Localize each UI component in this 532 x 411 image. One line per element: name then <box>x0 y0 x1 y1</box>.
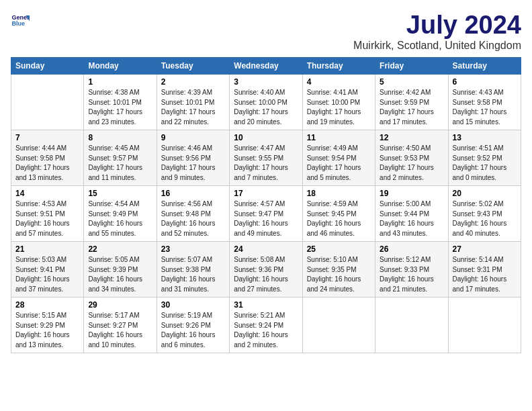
month-title: July 2024 <box>353 11 521 40</box>
cell-content: Sunrise: 5:10 AM Sunset: 9:35 PM Dayligh… <box>307 255 371 294</box>
svg-text:Blue: Blue <box>11 20 25 27</box>
day-number: 17 <box>234 189 298 198</box>
calendar-cell: 21Sunrise: 5:03 AM Sunset: 9:41 PM Dayli… <box>11 242 84 298</box>
calendar-cell <box>302 298 375 353</box>
day-number: 19 <box>380 189 443 198</box>
calendar-cell: 14Sunrise: 4:53 AM Sunset: 9:51 PM Dayli… <box>11 186 84 242</box>
calendar-cell: 26Sunrise: 5:12 AM Sunset: 9:33 PM Dayli… <box>375 242 448 298</box>
day-number: 9 <box>161 133 225 142</box>
location-title: Muirkirk, Scotland, United Kingdom <box>353 40 521 52</box>
day-number: 20 <box>453 189 517 198</box>
calendar-cell: 25Sunrise: 5:10 AM Sunset: 9:35 PM Dayli… <box>302 242 375 298</box>
calendar-cell: 4Sunrise: 4:41 AM Sunset: 10:00 PM Dayli… <box>302 75 375 130</box>
day-number: 21 <box>15 244 79 254</box>
cell-content: Sunrise: 4:44 AM Sunset: 9:58 PM Dayligh… <box>15 144 79 183</box>
day-number: 16 <box>161 189 225 198</box>
day-number: 12 <box>380 133 443 142</box>
calendar-week-4: 21Sunrise: 5:03 AM Sunset: 9:41 PM Dayli… <box>11 242 521 298</box>
day-header-thursday: Thursday <box>302 58 375 75</box>
cell-content: Sunrise: 5:07 AM Sunset: 9:38 PM Dayligh… <box>161 255 225 294</box>
day-number: 18 <box>307 189 371 198</box>
calendar-week-5: 28Sunrise: 5:15 AM Sunset: 9:29 PM Dayli… <box>11 298 521 353</box>
cell-content: Sunrise: 4:43 AM Sunset: 9:58 PM Dayligh… <box>453 88 517 127</box>
cell-content: Sunrise: 5:15 AM Sunset: 9:29 PM Dayligh… <box>15 311 79 350</box>
calendar-cell: 10Sunrise: 4:47 AM Sunset: 9:55 PM Dayli… <box>230 130 302 186</box>
cell-content: Sunrise: 5:00 AM Sunset: 9:44 PM Dayligh… <box>380 199 443 238</box>
calendar-cell: 18Sunrise: 4:59 AM Sunset: 9:45 PM Dayli… <box>302 186 375 242</box>
calendar-cell: 9Sunrise: 4:46 AM Sunset: 9:56 PM Daylig… <box>157 130 229 186</box>
calendar-cell: 15Sunrise: 4:54 AM Sunset: 9:49 PM Dayli… <box>84 186 157 242</box>
day-header-wednesday: Wednesday <box>230 58 302 75</box>
title-block: July 2024 Muirkirk, Scotland, United Kin… <box>353 11 521 52</box>
calendar-cell: 5Sunrise: 4:42 AM Sunset: 9:59 PM Daylig… <box>375 75 448 130</box>
cell-content: Sunrise: 4:49 AM Sunset: 9:54 PM Dayligh… <box>307 144 371 183</box>
day-number: 28 <box>15 300 79 310</box>
day-number: 23 <box>161 244 225 254</box>
calendar-body: 1Sunrise: 4:38 AM Sunset: 10:01 PM Dayli… <box>11 75 521 353</box>
logo-icon: General Blue <box>11 11 30 30</box>
calendar-cell: 13Sunrise: 4:51 AM Sunset: 9:52 PM Dayli… <box>448 130 521 186</box>
calendar-cell: 22Sunrise: 5:05 AM Sunset: 9:39 PM Dayli… <box>84 242 157 298</box>
day-header-monday: Monday <box>84 58 157 75</box>
day-number: 5 <box>380 77 443 87</box>
day-number: 15 <box>88 189 152 198</box>
day-number: 26 <box>380 244 443 254</box>
day-number: 8 <box>88 133 152 142</box>
cell-content: Sunrise: 4:54 AM Sunset: 9:49 PM Dayligh… <box>88 199 152 238</box>
day-number: 31 <box>234 300 298 310</box>
cell-content: Sunrise: 4:50 AM Sunset: 9:53 PM Dayligh… <box>380 144 443 183</box>
cell-content: Sunrise: 4:47 AM Sunset: 9:55 PM Dayligh… <box>234 144 298 183</box>
cell-content: Sunrise: 5:21 AM Sunset: 9:24 PM Dayligh… <box>234 311 298 350</box>
calendar-cell: 30Sunrise: 5:19 AM Sunset: 9:26 PM Dayli… <box>157 298 229 353</box>
day-number: 6 <box>453 77 517 87</box>
calendar-cell: 19Sunrise: 5:00 AM Sunset: 9:44 PM Dayli… <box>375 186 448 242</box>
calendar-cell <box>11 75 84 130</box>
calendar-cell: 11Sunrise: 4:49 AM Sunset: 9:54 PM Dayli… <box>302 130 375 186</box>
day-number: 2 <box>161 77 225 87</box>
calendar-cell: 17Sunrise: 4:57 AM Sunset: 9:47 PM Dayli… <box>230 186 302 242</box>
day-number: 10 <box>234 133 298 142</box>
logo: General Blue General Blue <box>11 11 30 30</box>
cell-content: Sunrise: 4:57 AM Sunset: 9:47 PM Dayligh… <box>234 199 298 238</box>
calendar-cell: 31Sunrise: 5:21 AM Sunset: 9:24 PM Dayli… <box>230 298 302 353</box>
cell-content: Sunrise: 4:41 AM Sunset: 10:00 PM Daylig… <box>307 88 371 127</box>
calendar-table: SundayMondayTuesdayWednesdayThursdayFrid… <box>11 57 521 353</box>
calendar-cell: 6Sunrise: 4:43 AM Sunset: 9:58 PM Daylig… <box>448 75 521 130</box>
svg-text:General: General <box>11 14 30 21</box>
calendar-cell: 16Sunrise: 4:56 AM Sunset: 9:48 PM Dayli… <box>157 186 229 242</box>
calendar-week-1: 1Sunrise: 4:38 AM Sunset: 10:01 PM Dayli… <box>11 75 521 130</box>
cell-content: Sunrise: 4:38 AM Sunset: 10:01 PM Daylig… <box>88 88 152 127</box>
cell-content: Sunrise: 4:39 AM Sunset: 10:01 PM Daylig… <box>161 88 225 127</box>
cell-content: Sunrise: 5:17 AM Sunset: 9:27 PM Dayligh… <box>88 311 152 350</box>
cell-content: Sunrise: 4:42 AM Sunset: 9:59 PM Dayligh… <box>380 88 443 127</box>
day-header-friday: Friday <box>375 58 448 75</box>
cell-content: Sunrise: 5:19 AM Sunset: 9:26 PM Dayligh… <box>161 311 225 350</box>
calendar-header-row: SundayMondayTuesdayWednesdayThursdayFrid… <box>11 58 521 75</box>
day-number: 24 <box>234 244 298 254</box>
cell-content: Sunrise: 5:05 AM Sunset: 9:39 PM Dayligh… <box>88 255 152 294</box>
day-number: 11 <box>307 133 371 142</box>
calendar-cell: 7Sunrise: 4:44 AM Sunset: 9:58 PM Daylig… <box>11 130 84 186</box>
day-number: 27 <box>453 244 517 254</box>
day-number: 3 <box>234 77 298 87</box>
cell-content: Sunrise: 4:59 AM Sunset: 9:45 PM Dayligh… <box>307 199 371 238</box>
page-header: General Blue General Blue July 2024 Muir… <box>11 11 521 52</box>
calendar-cell <box>448 298 521 353</box>
calendar-cell: 23Sunrise: 5:07 AM Sunset: 9:38 PM Dayli… <box>157 242 229 298</box>
calendar-week-2: 7Sunrise: 4:44 AM Sunset: 9:58 PM Daylig… <box>11 130 521 186</box>
calendar-cell: 12Sunrise: 4:50 AM Sunset: 9:53 PM Dayli… <box>375 130 448 186</box>
calendar-cell <box>375 298 448 353</box>
day-number: 22 <box>88 244 152 254</box>
cell-content: Sunrise: 5:12 AM Sunset: 9:33 PM Dayligh… <box>380 255 443 294</box>
calendar-cell: 27Sunrise: 5:14 AM Sunset: 9:31 PM Dayli… <box>448 242 521 298</box>
cell-content: Sunrise: 4:40 AM Sunset: 10:00 PM Daylig… <box>234 88 298 127</box>
day-number: 7 <box>15 133 79 142</box>
day-number: 29 <box>88 300 152 310</box>
cell-content: Sunrise: 4:56 AM Sunset: 9:48 PM Dayligh… <box>161 199 225 238</box>
day-number: 30 <box>161 300 225 310</box>
cell-content: Sunrise: 4:46 AM Sunset: 9:56 PM Dayligh… <box>161 144 225 183</box>
day-number: 4 <box>307 77 371 87</box>
cell-content: Sunrise: 5:03 AM Sunset: 9:41 PM Dayligh… <box>15 255 79 294</box>
cell-content: Sunrise: 5:14 AM Sunset: 9:31 PM Dayligh… <box>453 255 517 294</box>
day-number: 13 <box>453 133 517 142</box>
